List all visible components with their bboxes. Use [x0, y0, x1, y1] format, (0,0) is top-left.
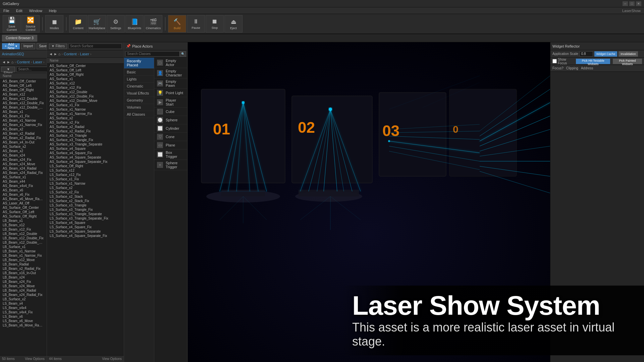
place-actors-search-input[interactable] — [125, 51, 180, 57]
actor-item-cube[interactable]: ⬛ Cube — [154, 108, 187, 116]
file-item[interactable]: LB_Beam_x12 — [0, 223, 47, 227]
file-item[interactable]: LB_Surface_x1 — [0, 245, 47, 249]
file-item[interactable]: LB_Beam_x24_Radial_Fix — [0, 293, 47, 297]
file-item[interactable]: AS_Beam_x6_Fix — [0, 192, 47, 197]
file-item[interactable]: AS_Surface_x2_Radial_Fix — [47, 129, 124, 133]
import-btn-left[interactable]: Import — [21, 43, 35, 49]
file-item[interactable]: LB_Beam_x12_Fix — [0, 227, 47, 232]
bc2-home[interactable]: ⌂ — [58, 52, 61, 56]
file-item[interactable]: LS_Surface_x4_Square_Separate — [47, 229, 124, 234]
actor-item-cylinder[interactable]: ⬜ Cylinder — [154, 124, 187, 133]
category-item-basic[interactable]: Basic — [124, 69, 154, 76]
pick-painted-btn[interactable]: Pick Painted Widgets — [613, 59, 642, 64]
file-item[interactable]: LS_Surface_x2_Stack_Fix — [47, 199, 124, 203]
cinematics-btn[interactable]: 🎬 Cinematics — [144, 15, 162, 33]
widget-cache-btn[interactable]: Widget Cache — [594, 51, 618, 57]
file-item[interactable]: LS_Surface_x4_Square — [47, 221, 124, 225]
app-scale-input[interactable] — [580, 51, 593, 57]
blueprints-btn[interactable]: 📘 Blueprints — [125, 15, 144, 33]
actor-item-empty-pawn[interactable]: 🎮 Empty Pawn — [154, 78, 187, 89]
file-item[interactable]: LS_Surface_x2_Fix — [47, 190, 124, 194]
file-item[interactable]: LS_Surface_x4_Square_Separate_Fix — [47, 234, 124, 238]
bc2-fwd[interactable]: ► — [54, 52, 57, 56]
category-item-cinematic[interactable]: Cinematic — [124, 83, 154, 90]
maximize-btn[interactable]: □ — [629, 1, 635, 6]
file-item[interactable]: AS_Beam_x12_Double_Fix — [0, 101, 47, 105]
file-item[interactable]: AS_Beam_x24 — [0, 153, 47, 158]
file-item[interactable]: AS_Surface_x4_Square_Separate — [47, 155, 124, 160]
file-item[interactable]: AS_Surface_Off_Right — [0, 214, 47, 219]
show-focus-checkbox[interactable] — [552, 59, 557, 63]
menu-window[interactable]: Window — [28, 9, 44, 13]
source-control-btn[interactable]: 🔀 Source Control — [21, 15, 40, 33]
menu-help[interactable]: Help — [48, 9, 58, 13]
file-item[interactable]: AS_Beam_Off_Center — [0, 79, 47, 83]
actor-item-player-start[interactable]: ▶ Player Start — [154, 97, 187, 108]
eject-btn[interactable]: ⏏ Eject — [224, 15, 243, 33]
file-item[interactable]: AS_Surface_Off_Center — [0, 205, 47, 210]
minimize-btn[interactable]: ─ — [623, 1, 628, 6]
file-item[interactable]: LB_Beam_x12_Double — [0, 232, 47, 236]
category-item-lights[interactable]: Lights — [124, 76, 154, 83]
file-item[interactable]: AS_Beam_x24_Radial_Fix — [0, 171, 47, 175]
category-item-volumes[interactable]: Volumes — [124, 104, 154, 111]
actor-item-sphere[interactable]: ⚪ Sphere — [154, 116, 187, 124]
search-input-right[interactable] — [68, 44, 122, 49]
breadcrumb-home[interactable]: ⌂ — [11, 60, 14, 64]
actor-item-box-trigger[interactable]: ⬜ Box Trigger — [154, 149, 187, 160]
file-item[interactable]: AS_Beam_x4x4_Fix — [0, 184, 47, 188]
file-item[interactable]: AS_Beam_x1_Narrow_Fix — [0, 123, 47, 127]
file-item[interactable]: LS_Surface_x3_Triangle_Separate — [47, 212, 124, 216]
category-item-geometry[interactable]: Geometry — [124, 97, 154, 104]
file-item[interactable]: LB_Beam_x16_In-Out — [0, 271, 47, 275]
file-item[interactable]: AS_Surface_x4_Square_Fix — [47, 151, 124, 155]
file-item[interactable]: LS_Surface_x2 — [47, 186, 124, 190]
file-item[interactable]: AS_Surface_x4_Square_Separate_Fix — [47, 160, 124, 164]
file-item[interactable]: LS_Surface_x2_Stack — [47, 194, 124, 199]
breadcrumb-laser[interactable]: Laser — [33, 60, 42, 64]
file-item[interactable]: LB_Beam_x1_Narrow — [0, 249, 47, 253]
file-item[interactable]: LS_Surface_x3_Triangle_Fix — [47, 207, 124, 212]
add-new-btn-left[interactable]: + Add New ▾ — [2, 43, 20, 49]
invalidation-btn[interactable]: Invalidation — [619, 51, 638, 57]
file-item[interactable]: LB_Beam_x24_Radial — [0, 288, 47, 293]
file-item[interactable]: AS_Beam_x44 — [0, 179, 47, 184]
file-item[interactable]: AS_Surface_x2_Fix — [47, 120, 124, 125]
filters-btn-left[interactable]: ▼ Filters — [1, 67, 15, 72]
file-item[interactable]: LS_Beam_x6 — [0, 314, 47, 319]
file-item[interactable]: LB_Beam_x12_Double_Fix — [0, 236, 47, 240]
file-item[interactable]: LS_Beam_x4x4_Fix — [0, 310, 47, 314]
marketplace-btn[interactable]: 🛒 Marketplace — [88, 15, 106, 33]
menu-edit[interactable]: Edit — [15, 9, 24, 13]
file-item[interactable]: AS_Surface_x1_Fix — [47, 103, 124, 107]
file-item[interactable]: AS_Surface_Off_Left — [0, 210, 47, 214]
file-item[interactable]: AS_Surface_x1_Narrow_Fix — [47, 112, 124, 116]
show-focus-check[interactable]: Show Focus — [552, 58, 573, 65]
file-item[interactable]: LS_Beam_x4x4 — [0, 306, 47, 310]
file-item[interactable]: AS_Beam_x24_Radial — [0, 166, 47, 171]
build-btn[interactable]: 🔨 Build — [168, 15, 186, 33]
file-item[interactable]: AS_Beam_x2 — [0, 127, 47, 131]
place-actors-search-btn[interactable]: 🔍 — [180, 51, 186, 57]
file-item[interactable]: AS_Beam_x2_Radial_Fix — [0, 136, 47, 140]
file-item[interactable]: AS_Surface_x2 — [0, 144, 47, 149]
breadcrumb-content[interactable]: Content — [17, 60, 30, 64]
file-item[interactable]: AS_Beam_x4_In-Out — [0, 140, 47, 144]
file-item[interactable]: AS_Beam_x24_Move — [0, 162, 47, 166]
file-item[interactable]: LB_Beam_x12_Double_Move — [0, 240, 47, 245]
file-item[interactable]: AS_Beam_x12_Double_Move — [0, 105, 47, 110]
file-item[interactable]: LS_Beam_x6_Move_Random — [0, 323, 47, 327]
file-item[interactable]: LB_Beam_Radial — [0, 262, 47, 266]
cb-tab-3[interactable]: Content Browser 3 — [2, 35, 37, 42]
actor-item-empty-actor[interactable]: ◻ Empty Actor — [154, 58, 187, 68]
file-item[interactable]: AS_Surface_x3_Triangle — [47, 133, 124, 138]
file-item[interactable]: AS_Surface_x12_Double_Move — [47, 99, 124, 103]
file-item[interactable]: AS_Surface_x12 — [47, 81, 124, 85]
pick-hit-btn[interactable]: Pick Hit-Testable Widgets — [576, 59, 610, 64]
file-item[interactable]: AS_Surface_x1 — [47, 77, 124, 81]
file-item[interactable]: AS_Beam_x24_Fix — [0, 158, 47, 162]
file-item[interactable]: LS_Surface_x1_Narrow — [47, 181, 124, 186]
viewport[interactable]: 01 02 03 0 — [188, 42, 550, 362]
actor-item-sphere-trigger[interactable]: ⚬ Sphere Trigger — [154, 160, 187, 170]
file-item[interactable]: AS_Surface_x12_Double — [47, 90, 124, 94]
